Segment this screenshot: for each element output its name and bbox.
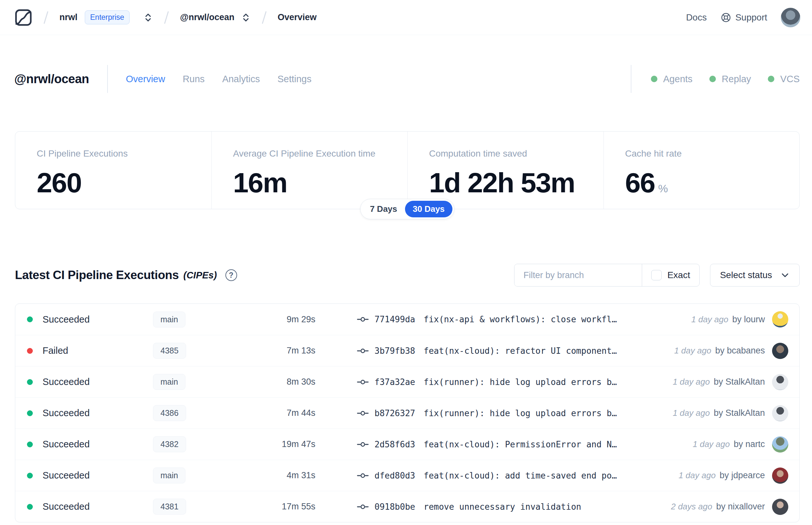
avatar [772, 311, 788, 328]
breadcrumb-page: Overview [278, 12, 317, 22]
table-row[interactable]: Succeeded 4381 17m 55s 0918b0be remove u… [15, 491, 799, 522]
commit-message[interactable]: fix(runner): hide log upload errors b… [424, 377, 617, 387]
cipe-meta: 1 day ago by StalkAltan [673, 408, 765, 418]
commit-message[interactable]: remove unnecessary invalidation [424, 502, 581, 512]
tab-overview[interactable]: Overview [126, 74, 165, 85]
page-title: @nrwl/ocean [14, 72, 89, 86]
commit-hash[interactable]: f37a32ae [374, 377, 415, 387]
exact-checkbox[interactable] [651, 270, 662, 280]
commit-hash[interactable]: 3b79fb38 [374, 346, 415, 356]
cipe-duration: 4m 31s [244, 470, 316, 480]
status-select-label: Select status [720, 270, 772, 280]
commit: 3b79fb38 feat(nx-cloud): refactor UI com… [357, 346, 674, 356]
workspace-header: @nrwl/ocean Overview Runs Analytics Sett… [0, 65, 812, 93]
commit-hash[interactable]: 771499da [374, 314, 415, 324]
avatar [772, 499, 788, 515]
commit-message[interactable]: fix(nx-api & workflows): close workfl… [424, 314, 617, 324]
health-agents[interactable]: Agents [651, 74, 692, 85]
top-nav: nrwl Enterprise @nrwl/ocean Overview [0, 0, 812, 35]
workspace-tabs: Overview Runs Analytics Settings [126, 74, 311, 85]
avatar [772, 467, 788, 484]
unfold-chevrons-icon [241, 12, 251, 23]
health-vcs[interactable]: VCS [768, 74, 800, 85]
branch-filter-input[interactable] [515, 264, 642, 286]
docs-link[interactable]: Docs [686, 12, 707, 23]
nav-right: Docs Support [686, 8, 800, 27]
stat-value: 16m [233, 169, 395, 197]
cipe-meta: 1 day ago by nartc [693, 439, 765, 449]
commit: 2d58f6d3 feat(nx-cloud): PermissionError… [357, 439, 693, 449]
cipe-status: Succeeded [43, 408, 153, 418]
cipe-author: by lourw [732, 314, 765, 325]
cipe-duration: 7m 44s [244, 408, 316, 418]
org-switcher-button[interactable] [143, 12, 153, 23]
cipe-time: 1 day ago [691, 314, 728, 325]
commit-hash[interactable]: 2d58f6d3 [374, 439, 415, 449]
stat-value: 260 [37, 169, 198, 197]
table-row[interactable]: Succeeded main 8m 30s f37a32ae fix(runne… [15, 366, 799, 397]
cipe-author: by jdpearce [719, 470, 765, 480]
branch-badge[interactable]: main [153, 374, 185, 390]
commit-hash[interactable]: b8726327 [374, 408, 415, 418]
nx-cloud-logo[interactable] [14, 9, 32, 27]
cipe-filters: Exact Select status [514, 264, 800, 287]
help-icon[interactable]: ? [226, 269, 237, 281]
table-row[interactable]: Succeeded 4382 19m 47s 2d58f6d3 feat(nx-… [15, 429, 799, 460]
commit: dfed80d3 feat(nx-cloud): add time-saved … [357, 471, 678, 480]
branch-badge[interactable]: 4386 [153, 405, 186, 421]
cipe-status-dot-icon [27, 441, 33, 447]
user-avatar[interactable] [781, 8, 800, 27]
git-commit-icon [357, 472, 369, 479]
commit-message[interactable]: feat(nx-cloud): PermissionError and N… [424, 439, 617, 449]
cipe-meta: 1 day ago by bcabanes [674, 346, 765, 356]
cipe-meta: 1 day ago by lourw [691, 314, 765, 325]
health-indicators: Agents Replay VCS [631, 65, 800, 93]
tab-settings[interactable]: Settings [277, 74, 311, 85]
branch-badge[interactable]: 4385 [153, 343, 186, 359]
cipe-time: 1 day ago [673, 408, 710, 418]
cipe-duration: 17m 55s [244, 501, 316, 512]
health-agents-label: Agents [663, 74, 692, 85]
branch-badge[interactable]: main [153, 312, 185, 328]
support-link[interactable]: Support [720, 12, 767, 23]
commit-hash[interactable]: 0918b0be [374, 502, 415, 512]
commit-hash[interactable]: dfed80d3 [374, 471, 415, 480]
commit-message[interactable]: feat(nx-cloud): add time-saved end po… [424, 471, 617, 480]
branch-badge[interactable]: 4381 [153, 499, 186, 515]
table-row[interactable]: Failed 4385 7m 13s 3b79fb38 feat(nx-clou… [15, 335, 799, 366]
branch-badge[interactable]: 4382 [153, 436, 186, 452]
status-select-dropdown[interactable]: Select status [710, 264, 800, 287]
breadcrumb: nrwl Enterprise @nrwl/ocean Overview [14, 9, 317, 27]
cipe-author: by nartc [734, 439, 765, 449]
cipe-status-dot-icon [27, 316, 33, 322]
cipe-duration: 19m 47s [244, 439, 316, 449]
cipe-status-dot-icon [27, 473, 33, 479]
tab-analytics[interactable]: Analytics [222, 74, 260, 85]
health-replay[interactable]: Replay [709, 74, 751, 85]
exact-toggle[interactable]: Exact [642, 264, 699, 286]
commit-message[interactable]: feat(nx-cloud): refactor UI component… [424, 346, 617, 356]
divider [107, 65, 108, 93]
table-row[interactable]: Succeeded main 4m 31s dfed80d3 feat(nx-c… [15, 460, 799, 491]
commit-message[interactable]: fix(runner): hide log upload errors b… [424, 408, 617, 418]
tab-runs[interactable]: Runs [183, 74, 205, 85]
table-row[interactable]: Succeeded main 9m 29s 771499da fix(nx-ap… [15, 304, 799, 335]
range-30-days[interactable]: 30 Days [405, 201, 453, 217]
breadcrumb-separator [44, 11, 48, 24]
table-row[interactable]: Succeeded 4386 7m 44s b8726327 fix(runne… [15, 397, 799, 429]
status-dot-green-icon [768, 76, 774, 82]
git-commit-icon [357, 378, 369, 386]
enterprise-badge[interactable]: Enterprise [85, 10, 130, 24]
stat-computation-time-saved: Computation time saved 1d 22h 53m [407, 132, 603, 209]
page: nrwl Enterprise @nrwl/ocean Overview [0, 0, 812, 525]
breadcrumb-workspace[interactable]: @nrwl/ocean [180, 12, 234, 22]
range-7-days[interactable]: 7 Days [362, 201, 405, 217]
breadcrumb-org[interactable]: nrwl [59, 12, 78, 22]
branch-badge[interactable]: main [153, 467, 185, 483]
commit: f37a32ae fix(runner): hide log upload er… [357, 377, 673, 387]
stat-avg-execution-time: Average CI Pipeline Execution time 16m [212, 132, 408, 209]
git-commit-icon [357, 410, 369, 417]
git-commit-icon [357, 503, 369, 510]
workspace-switcher-button[interactable] [241, 12, 251, 23]
stat-number: 16m [233, 167, 287, 198]
